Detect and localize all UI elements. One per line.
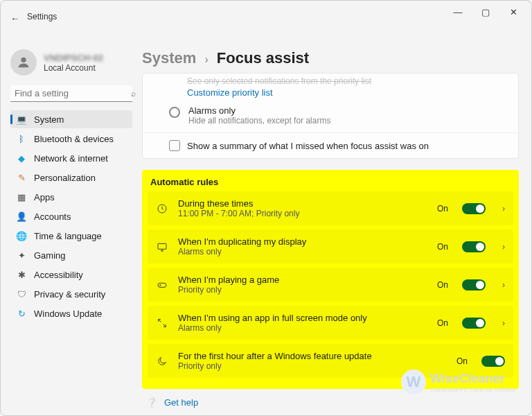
automatic-rules-title: Automatic rules bbox=[148, 175, 513, 191]
summary-checkbox[interactable]: Show a summary of what I missed when foc… bbox=[143, 137, 518, 151]
nav-icon: ✱ bbox=[16, 269, 27, 280]
sidebar-item-network-internet[interactable]: ◆Network & internet bbox=[10, 149, 132, 167]
user-block[interactable]: VNDIPSCH-02 Local Account bbox=[10, 49, 132, 76]
automatic-rules-section: Automatic rules During these times 11:00… bbox=[142, 170, 519, 389]
nav-icon: ᛒ bbox=[16, 133, 27, 144]
breadcrumb-parent[interactable]: System bbox=[142, 49, 196, 67]
back-icon[interactable]: ← bbox=[10, 13, 19, 24]
nav-icon: ✦ bbox=[16, 250, 27, 261]
toggle-state: On bbox=[437, 280, 448, 290]
account-type: Local Account bbox=[44, 63, 103, 73]
rule-when-i-m-duplicating-my-display[interactable]: When I'm duplicating my display Alarms o… bbox=[148, 229, 513, 263]
alarms-only-radio[interactable]: Alarms only Hide all notifications, exce… bbox=[143, 98, 518, 127]
get-help-link[interactable]: ❔ Get help bbox=[142, 393, 519, 409]
sidebar-item-privacy-security[interactable]: 🛡Privacy & security bbox=[10, 285, 132, 303]
customize-priority-link[interactable]: Customize priority list bbox=[143, 87, 273, 98]
nav-icon: 🌐 bbox=[16, 230, 27, 241]
sidebar-item-system[interactable]: 💻System bbox=[10, 110, 132, 128]
search-input[interactable]: ⌕ bbox=[10, 85, 132, 102]
focus-options-card: See only selected notifications from the… bbox=[142, 73, 519, 159]
game-icon bbox=[156, 279, 168, 291]
chevron-right-icon: › bbox=[502, 242, 505, 252]
checkbox-icon bbox=[169, 140, 180, 151]
window-title: Settings bbox=[27, 12, 57, 21]
chevron-right-icon: › bbox=[502, 318, 505, 328]
moon-icon bbox=[156, 356, 168, 367]
breadcrumb-current: Focus assist bbox=[217, 49, 309, 67]
nav-icon: ✎ bbox=[16, 172, 27, 183]
toggle-switch[interactable] bbox=[462, 203, 486, 214]
toggle-switch[interactable] bbox=[462, 279, 486, 291]
help-icon: ❔ bbox=[146, 397, 156, 408]
sidebar-item-accessibility[interactable]: ✱Accessibility bbox=[10, 266, 132, 284]
toggle-switch[interactable] bbox=[462, 241, 486, 252]
clock-icon bbox=[156, 203, 168, 214]
nav-icon: 🛡 bbox=[16, 288, 27, 300]
maximize-button[interactable]: ▢ bbox=[472, 2, 499, 21]
avatar bbox=[10, 49, 37, 76]
nav-icon: ◆ bbox=[16, 153, 27, 164]
nav-icon: ▦ bbox=[16, 191, 27, 202]
sidebar-item-gaming[interactable]: ✦Gaming bbox=[10, 246, 132, 264]
monitor-icon bbox=[156, 241, 168, 252]
user-name: VNDIPSCH-02 bbox=[44, 53, 103, 63]
minimize-button[interactable]: — bbox=[444, 2, 472, 21]
toggle-switch[interactable] bbox=[481, 356, 505, 367]
toggle-state: On bbox=[437, 204, 448, 214]
sidebar-item-personalization[interactable]: ✎Personalization bbox=[10, 168, 132, 187]
chevron-right-icon: › bbox=[502, 280, 505, 290]
nav-icon: 👤 bbox=[16, 211, 27, 222]
svg-rect-2 bbox=[158, 243, 166, 249]
toggle-switch[interactable] bbox=[462, 318, 486, 329]
toggle-state: On bbox=[456, 356, 468, 366]
sidebar-item-windows-update[interactable]: ↻Windows Update bbox=[10, 304, 132, 322]
radio-icon bbox=[169, 107, 180, 118]
toggle-state: On bbox=[437, 242, 448, 252]
nav-icon: ↻ bbox=[16, 308, 27, 319]
sidebar-item-apps[interactable]: ▦Apps bbox=[10, 188, 132, 206]
rule-during-these-times[interactable]: During these times 11:00 PM - 7:00 AM; P… bbox=[148, 191, 513, 225]
breadcrumb: System › Focus assist bbox=[142, 49, 519, 67]
fullscreen-icon bbox=[156, 318, 168, 329]
sidebar-item-bluetooth-devices[interactable]: ᛒBluetooth & devices bbox=[10, 130, 132, 148]
rule-when-i-m-playing-a-game[interactable]: When I'm playing a game Priority only On… bbox=[148, 268, 513, 302]
sidebar-item-accounts[interactable]: 👤Accounts bbox=[10, 207, 132, 225]
close-button[interactable]: ✕ bbox=[499, 2, 527, 21]
chevron-right-icon: › bbox=[200, 53, 212, 65]
search-icon: ⌕ bbox=[131, 89, 136, 98]
rule-when-i-m-using-an-app-in-full-screen-mode-only[interactable]: When I'm using an app in full screen mod… bbox=[148, 306, 513, 340]
chevron-right-icon: › bbox=[502, 204, 505, 214]
rule-for-the-first-hour-after-a-windows-feature-update[interactable]: For the first hour after a Windows featu… bbox=[148, 344, 513, 378]
svg-point-0 bbox=[21, 58, 26, 62]
svg-rect-3 bbox=[158, 283, 166, 287]
priority-desc: See only selected notifications from the… bbox=[143, 76, 518, 86]
sidebar-item-time-language[interactable]: 🌐Time & language bbox=[10, 227, 132, 245]
give-feedback-link[interactable]: ✎ Give feedback bbox=[142, 413, 519, 415]
nav-icon: 💻 bbox=[16, 114, 27, 125]
toggle-state: On bbox=[437, 318, 448, 328]
